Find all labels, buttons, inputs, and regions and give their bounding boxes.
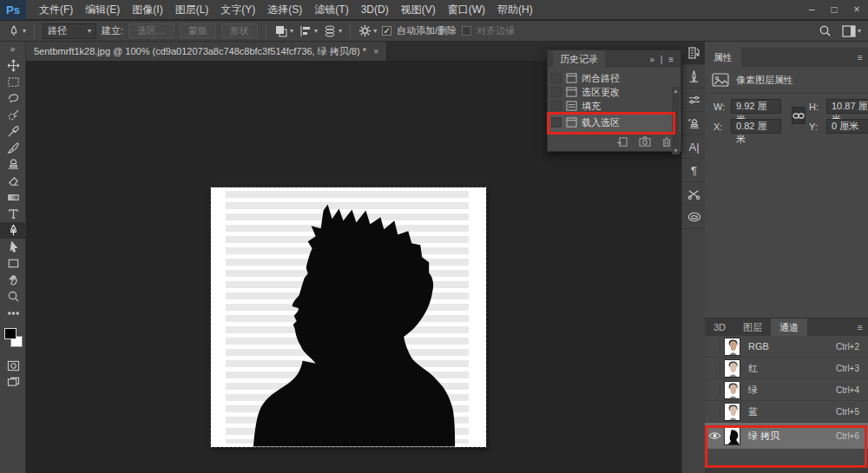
panel-collapse-and-menu-icons[interactable]: » | ≡: [649, 55, 675, 64]
tools-icon[interactable]: [682, 182, 706, 206]
brush-tool[interactable]: [0, 140, 26, 156]
creative-cloud-icon[interactable]: [682, 206, 706, 229]
channel-row-green-copy[interactable]: 绿 拷贝 Ctrl+6: [705, 423, 868, 449]
quick-mask-button[interactable]: [0, 358, 26, 374]
x-field[interactable]: 0.82 厘米: [731, 119, 781, 134]
menu-view[interactable]: 视图(V): [395, 0, 442, 20]
clone-source-icon[interactable]: [682, 112, 706, 135]
brushes-icon[interactable]: [682, 89, 706, 112]
menu-file[interactable]: 文件(F): [33, 0, 79, 20]
menu-filter[interactable]: 滤镜(T): [308, 0, 354, 20]
menu-window[interactable]: 窗口(W): [442, 0, 491, 20]
gradient-tool[interactable]: [0, 189, 26, 206]
rectangular-marquee-tool[interactable]: [0, 74, 26, 90]
character-panel-icon[interactable]: A|: [682, 135, 706, 159]
channel-thumbnail: [724, 381, 740, 399]
type-tool[interactable]: [0, 206, 26, 222]
workspace-icon[interactable]: ▾: [842, 25, 861, 37]
history-source-well[interactable]: [551, 117, 562, 128]
channel-row-rgb[interactable]: RGB Ctrl+2: [705, 336, 868, 358]
search-icon[interactable]: [819, 24, 832, 37]
brush-settings-icon[interactable]: [682, 65, 706, 89]
document-tab[interactable]: 5entbmrft1k28.jpg @ 100% (cd9a012073a8c7…: [26, 42, 387, 61]
tool-mode-select[interactable]: 路径 ▾: [43, 23, 96, 39]
new-document-from-state-icon[interactable]: [616, 136, 628, 148]
document-image[interactable]: [211, 187, 486, 447]
height-field[interactable]: 10.87 厘米: [826, 99, 868, 114]
pen-tool-preset-icon[interactable]: ▾: [7, 24, 26, 38]
close-tab-icon[interactable]: ×: [373, 46, 378, 56]
close-button[interactable]: ×: [845, 0, 868, 20]
quick-selection-tool[interactable]: [0, 107, 26, 123]
history-source-well[interactable]: [551, 73, 562, 83]
make-shape-button: 形状: [221, 23, 258, 38]
channel-row-green[interactable]: 绿 Ctrl+4: [705, 379, 868, 401]
delete-icon[interactable]: [661, 136, 672, 148]
menu-select[interactable]: 选择(S): [261, 0, 308, 20]
zoom-tool[interactable]: [0, 288, 26, 305]
path-operations-icon[interactable]: ▾: [274, 24, 293, 38]
divider: [34, 23, 35, 39]
lasso-tool[interactable]: [0, 90, 26, 107]
history-item-close-path[interactable]: 闭合路径: [548, 71, 681, 85]
auto-add-delete-label: 自动添加/删除: [397, 24, 457, 37]
tools-panel: »: [0, 42, 26, 473]
path-alignment-icon[interactable]: ▾: [299, 24, 318, 38]
visibility-toggle[interactable]: [705, 406, 724, 417]
history-panel-title[interactable]: 历史记录: [553, 50, 605, 68]
history-source-well[interactable]: [551, 87, 562, 97]
path-selection-tool[interactable]: [0, 239, 26, 255]
panel-menu-icon[interactable]: ≡: [858, 52, 863, 62]
foreground-color-swatch[interactable]: [4, 328, 16, 339]
new-snapshot-icon[interactable]: [639, 136, 651, 147]
link-dimensions-icon[interactable]: [792, 107, 806, 124]
menu-3d[interactable]: 3D(D): [355, 0, 395, 20]
gear-icon[interactable]: ▾: [358, 24, 377, 37]
y-field[interactable]: 0 厘米: [826, 119, 868, 134]
history-scrollbar[interactable]: ▲ ▼: [672, 87, 680, 154]
auto-add-delete-checkbox[interactable]: ✓: [382, 26, 391, 36]
channel-row-red[interactable]: 红 Ctrl+3: [705, 358, 868, 379]
history-source-well[interactable]: [551, 101, 562, 111]
toolbar-collapse-chevron[interactable]: »: [0, 42, 25, 57]
screen-mode-button[interactable]: [0, 374, 26, 391]
history-item-load-selection[interactable]: 载入选区: [548, 113, 681, 132]
hand-tool[interactable]: [0, 272, 26, 288]
path-arrangement-icon[interactable]: ▾: [323, 24, 342, 38]
move-tool[interactable]: [0, 57, 26, 74]
history-item-selection-change[interactable]: 选区更改: [548, 85, 681, 99]
scroll-down-icon[interactable]: ▼: [672, 148, 680, 154]
visibility-toggle[interactable]: [705, 363, 724, 374]
visibility-eye-icon[interactable]: [705, 431, 724, 440]
minimize-button[interactable]: –: [800, 0, 823, 20]
edit-toolbar-icon[interactable]: [0, 305, 26, 321]
maximize-button[interactable]: □: [823, 0, 845, 20]
clone-stamp-tool[interactable]: [0, 156, 26, 173]
menu-help[interactable]: 帮助(H): [491, 0, 539, 20]
menu-image[interactable]: 图像(I): [126, 0, 168, 20]
history-icon[interactable]: [682, 42, 706, 65]
width-field[interactable]: 9.92 厘米: [731, 99, 781, 114]
paragraph-panel-icon[interactable]: ¶: [682, 159, 706, 182]
tab-channels[interactable]: 通道: [771, 319, 807, 337]
eyedropper-tool[interactable]: [0, 123, 26, 140]
panel-menu-icon[interactable]: ≡: [858, 322, 863, 332]
align-edges-checkbox: ✓: [462, 26, 471, 36]
history-item-fill[interactable]: 填充: [548, 99, 681, 113]
channel-row-blue[interactable]: 蓝 Ctrl+5: [705, 401, 868, 423]
pen-tool[interactable]: [0, 222, 26, 239]
scroll-up-icon[interactable]: ▲: [672, 88, 680, 94]
visibility-toggle[interactable]: [705, 384, 724, 396]
properties-tab[interactable]: 属性: [705, 48, 741, 67]
menu-layer[interactable]: 图层(L): [169, 0, 215, 20]
menu-type[interactable]: 文字(Y): [214, 0, 261, 20]
height-label: H:: [809, 102, 823, 112]
eraser-tool[interactable]: [0, 173, 26, 189]
visibility-toggle[interactable]: [705, 341, 724, 352]
tab-3d[interactable]: 3D: [705, 319, 734, 337]
rectangle-tool[interactable]: [0, 255, 26, 272]
menu-edit[interactable]: 编辑(E): [79, 0, 126, 20]
x-label: X:: [713, 122, 727, 132]
foreground-background-colors[interactable]: [0, 325, 26, 352]
tab-layers[interactable]: 图层: [734, 319, 771, 337]
